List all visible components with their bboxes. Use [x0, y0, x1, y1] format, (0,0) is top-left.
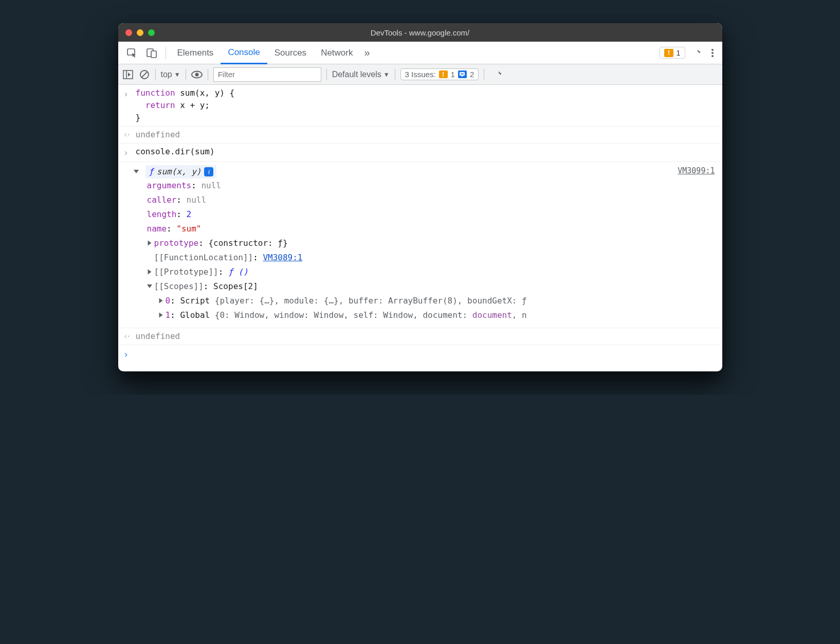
function-symbol: ƒ	[149, 166, 154, 178]
tab-sources[interactable]: Sources	[267, 42, 314, 64]
console-settings-icon[interactable]	[491, 69, 503, 80]
property-row[interactable]: length: 2	[147, 207, 717, 222]
expand-triangle-icon[interactable]	[159, 298, 162, 303]
chevron-down-icon: ▼	[174, 71, 180, 78]
separator	[155, 69, 156, 80]
svg-rect-2	[151, 51, 156, 58]
issue-warn-count: 1	[451, 70, 455, 79]
console-result-row: undefined	[118, 127, 722, 144]
expand-triangle-icon[interactable]	[134, 170, 139, 173]
warning-count: 1	[676, 48, 680, 57]
issues-label: 3 Issues:	[405, 70, 436, 79]
sidebar-toggle-icon[interactable]	[122, 69, 134, 80]
prompt-marker-icon	[123, 347, 131, 361]
separator	[208, 69, 208, 80]
live-expression-icon[interactable]	[191, 69, 203, 80]
issues-badge[interactable]: 3 Issues: ! 1 2	[400, 68, 479, 80]
chevron-down-icon: ▼	[384, 71, 390, 78]
svg-point-5	[711, 55, 714, 57]
warning-icon: !	[439, 70, 448, 78]
input-marker-icon	[123, 146, 131, 159]
settings-icon[interactable]	[690, 47, 702, 59]
code-block: console.dir(sum)	[136, 146, 215, 159]
expand-triangle-icon[interactable]	[148, 270, 151, 275]
separator	[186, 69, 186, 80]
separator	[395, 69, 395, 80]
titlebar: DevTools - www.google.com/	[118, 23, 722, 42]
svg-point-3	[711, 49, 714, 51]
warning-icon: !	[664, 49, 673, 57]
svg-point-11	[195, 73, 198, 76]
separator	[326, 69, 327, 80]
filter-input[interactable]	[213, 67, 321, 82]
object-properties: arguments: null caller: null length: 2 n…	[147, 178, 717, 323]
function-signature: sum(x, y)	[157, 166, 202, 178]
log-levels-select[interactable]: Default levels ▼	[332, 70, 390, 79]
clear-console-icon[interactable]	[139, 69, 150, 80]
property-row[interactable]: [[FunctionLocation]]: VM3089:1	[147, 251, 717, 265]
execution-context-select[interactable]: top ▼	[161, 70, 180, 79]
warnings-badge[interactable]: ! 1	[660, 47, 685, 59]
input-marker-icon	[123, 87, 131, 124]
separator	[166, 47, 166, 59]
panel-tabs: Elements Console Sources Network » ! 1	[118, 42, 722, 64]
property-row[interactable]: arguments: null	[147, 178, 717, 193]
svg-rect-12	[460, 72, 465, 76]
property-row[interactable]: prototype: {constructor: ƒ}	[147, 236, 717, 251]
console-prompt-row[interactable]	[118, 345, 722, 371]
output-marker-icon	[123, 129, 131, 141]
console-output: function sum(x, y) { return x + y; } und…	[118, 85, 722, 371]
console-toolbar: top ▼ Default levels ▼ 3 Issues: ! 1 2	[118, 64, 722, 85]
levels-label: Default levels	[332, 70, 381, 79]
source-link[interactable]: VM3089:1	[263, 253, 302, 262]
property-row[interactable]: [[Scopes]]: Scopes[2]	[147, 279, 717, 294]
more-menu-icon[interactable]	[711, 47, 714, 59]
property-row[interactable]: caller: null	[147, 193, 717, 207]
result-undefined: undefined	[136, 129, 180, 141]
expand-triangle-icon[interactable]	[147, 284, 152, 288]
source-link[interactable]: VM3099:1	[678, 165, 715, 177]
result-undefined: undefined	[136, 330, 180, 343]
separator	[484, 69, 484, 80]
inspect-icon[interactable]	[125, 46, 139, 60]
tab-console[interactable]: Console	[221, 42, 267, 64]
console-input-row: function sum(x, y) { return x + y; }	[118, 85, 722, 127]
output-marker-icon	[123, 330, 131, 343]
tabs-overflow[interactable]: »	[360, 42, 374, 64]
property-row[interactable]: [[Prototype]]: ƒ ()	[147, 265, 717, 279]
expand-triangle-icon[interactable]	[159, 313, 162, 318]
svg-line-9	[141, 71, 147, 77]
info-icon	[458, 70, 467, 78]
tab-network[interactable]: Network	[314, 42, 360, 64]
console-result-row: undefined	[118, 328, 722, 345]
info-icon[interactable]: i	[204, 167, 213, 176]
tab-elements[interactable]: Elements	[170, 42, 221, 64]
expand-triangle-icon[interactable]	[148, 241, 151, 246]
code-block: function sum(x, y) { return x + y; }	[136, 87, 235, 124]
object-header[interactable]: ƒ sum(x, y) i	[134, 165, 717, 178]
console-dir-output: VM3099:1 ƒ sum(x, y) i arguments: null c…	[118, 162, 722, 328]
context-label: top	[161, 70, 172, 79]
devtools-window: DevTools - www.google.com/ Elements Cons…	[118, 23, 722, 371]
console-input-row: console.dir(sum)	[118, 144, 722, 162]
property-row[interactable]: name: "sum"	[147, 222, 717, 236]
scope-row[interactable]: 1: Global {0: Window, window: Window, se…	[158, 308, 717, 323]
window-title: DevTools - www.google.com/	[118, 28, 722, 37]
device-toggle-icon[interactable]	[145, 46, 158, 60]
svg-point-4	[711, 52, 714, 54]
scope-row[interactable]: 0: Script {player: {…}, module: {…}, buf…	[158, 294, 717, 308]
issue-info-count: 2	[470, 70, 474, 79]
